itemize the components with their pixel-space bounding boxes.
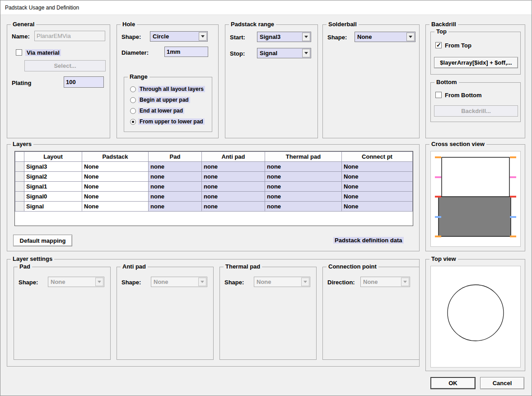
cell-connect-pt[interactable]: None [342, 202, 413, 212]
cell-pad[interactable]: none [149, 192, 202, 202]
radio-label-from-upper-to-lower-pad[interactable]: From upper to lower pad [138, 118, 205, 125]
hole-shape-dropdown[interactable]: Circle [150, 31, 208, 42]
radio-label-through-all-layout-layers[interactable]: Through all layout layers [138, 86, 205, 92]
pad-group: Pad Shape: None [14, 267, 111, 360]
cancel-button[interactable]: Cancel [480, 377, 524, 389]
thermal-pad-shape-dropdown[interactable]: None [254, 277, 310, 287]
cross-section-diagram [431, 151, 520, 246]
default-mapping-button[interactable]: Default mapping [13, 235, 72, 246]
thermal-pad-shape-dropdown-arrow-button[interactable] [301, 278, 309, 286]
row-selector-cell[interactable] [15, 192, 24, 202]
range-group: Range Through all layout layers Begin at… [124, 77, 212, 132]
row-selector-cell[interactable] [15, 202, 24, 212]
col-header-connect-pt[interactable]: Connect pt [342, 152, 413, 162]
ok-button[interactable]: OK [430, 377, 476, 389]
col-header-anti-pad[interactable]: Anti pad [202, 152, 265, 162]
backdrill-top-expression-button[interactable]: $layerArray[$idx] + $off,... [434, 57, 518, 68]
layer-settings-legend: Layer settings [11, 255, 54, 262]
cell-thermal-pad[interactable]: none [265, 182, 342, 192]
hole-shape-dropdown-arrow-button[interactable] [199, 32, 207, 41]
cell-anti-pad[interactable]: none [202, 192, 265, 202]
cell-layout[interactable]: Signal3 [24, 162, 82, 172]
backdrill-bottom-button[interactable]: Backdrill... [434, 105, 518, 117]
cell-layout[interactable]: Signal2 [24, 172, 82, 182]
solderball-shape-dropdown[interactable]: None [355, 32, 415, 42]
backdrill-bottom-group: Bottom From Bottom Backdrill... [430, 82, 521, 122]
stop-dropdown[interactable]: Signal [257, 48, 311, 58]
cell-padstack[interactable]: None [82, 202, 149, 212]
cell-thermal-pad[interactable]: none [265, 192, 342, 202]
general-legend: General [11, 21, 36, 28]
row-selector-cell[interactable] [15, 182, 24, 192]
via-body [439, 197, 511, 236]
cell-pad[interactable]: none [149, 162, 202, 172]
cell-layout[interactable]: Signal0 [24, 192, 82, 202]
layer-tick [435, 196, 441, 198]
cell-connect-pt[interactable]: None [342, 162, 413, 172]
plating-field[interactable] [64, 76, 104, 88]
solderball-dropdown-arrow-button[interactable] [406, 33, 415, 41]
from-top-checkbox[interactable] [435, 42, 442, 48]
cell-pad[interactable]: none [149, 172, 202, 182]
from-bottom-checkbox[interactable] [435, 92, 442, 98]
pad-shape-dropdown[interactable]: None [48, 277, 104, 287]
cell-thermal-pad[interactable]: none [265, 162, 342, 172]
col-header-layout[interactable]: Layout [24, 152, 82, 162]
from-top-label[interactable]: From Top [445, 42, 471, 49]
start-dropdown[interactable]: Signal3 [257, 32, 311, 42]
cell-padstack[interactable]: None [82, 192, 149, 202]
cell-pad[interactable]: none [149, 182, 202, 192]
cell-connect-pt[interactable]: None [342, 182, 413, 192]
cell-anti-pad[interactable]: none [202, 162, 265, 172]
radio-through-all-layout-layers[interactable] [130, 86, 136, 92]
cell-layout[interactable]: Signal1 [24, 182, 82, 192]
cell-anti-pad[interactable]: none [202, 182, 265, 192]
anti-pad-shape-dropdown-arrow-button[interactable] [198, 278, 206, 286]
row-selector-cell[interactable] [15, 162, 24, 172]
col-header-thermal-pad[interactable]: Thermal pad [265, 152, 342, 162]
pad-shape-dropdown-arrow-button[interactable] [95, 278, 103, 286]
cell-pad[interactable]: none [149, 202, 202, 212]
via-material-checkbox[interactable] [16, 49, 22, 56]
top-view-legend: Top view [429, 255, 458, 262]
col-header-pad[interactable]: Pad [149, 152, 202, 162]
direction-dropdown[interactable]: None [360, 277, 410, 287]
direction-dropdown-arrow-button[interactable] [401, 278, 409, 286]
cross-section-canvas [430, 151, 521, 247]
cell-padstack[interactable]: None [82, 162, 149, 172]
anti-pad-shape-dropdown[interactable]: None [151, 277, 207, 287]
cell-padstack[interactable]: None [82, 172, 149, 182]
via-material-label[interactable]: Via material [25, 49, 61, 56]
start-value: Signal3 [260, 33, 280, 40]
stop-dropdown-arrow-button[interactable] [302, 49, 310, 57]
cell-padstack[interactable]: None [82, 182, 149, 192]
radio-from-upper-to-lower-pad[interactable] [130, 119, 136, 125]
from-bottom-label[interactable]: From Bottom [445, 92, 482, 99]
cell-thermal-pad[interactable]: none [265, 172, 342, 182]
chevron-down-icon [304, 52, 308, 54]
cell-connect-pt[interactable]: None [342, 172, 413, 182]
radio-begin-at-upper-pad[interactable] [130, 97, 136, 103]
table-row: Signal None none none none None [15, 202, 413, 212]
solderball-shape-label: Shape: [327, 34, 347, 41]
row-selector-cell[interactable] [15, 172, 24, 182]
thermal-pad-legend: Thermal pad [224, 263, 262, 270]
select-button[interactable]: Select... [24, 60, 106, 71]
cell-anti-pad[interactable]: none [202, 172, 265, 182]
radio-end-at-lower-pad[interactable] [130, 108, 136, 114]
diameter-label: Diameter: [121, 49, 149, 56]
cell-anti-pad[interactable]: none [202, 202, 265, 212]
cancel-button-label: Cancel [493, 380, 512, 387]
cell-thermal-pad[interactable]: none [265, 202, 342, 212]
cell-layout[interactable]: Signal [24, 202, 82, 212]
col-header-padstack[interactable]: Padstack [82, 152, 149, 162]
diameter-field[interactable] [164, 47, 208, 57]
cell-connect-pt[interactable]: None [342, 192, 413, 202]
name-field[interactable] [34, 31, 105, 41]
radio-label-begin-at-upper-pad[interactable]: Begin at upper pad [138, 97, 190, 103]
table-row: Signal0 None none none none None [15, 192, 413, 202]
radio-label-end-at-lower-pad[interactable]: End at lower pad [138, 108, 184, 114]
top-view-group: Top view [425, 259, 525, 371]
chevron-down-icon [98, 281, 101, 283]
start-dropdown-arrow-button[interactable] [302, 33, 310, 41]
